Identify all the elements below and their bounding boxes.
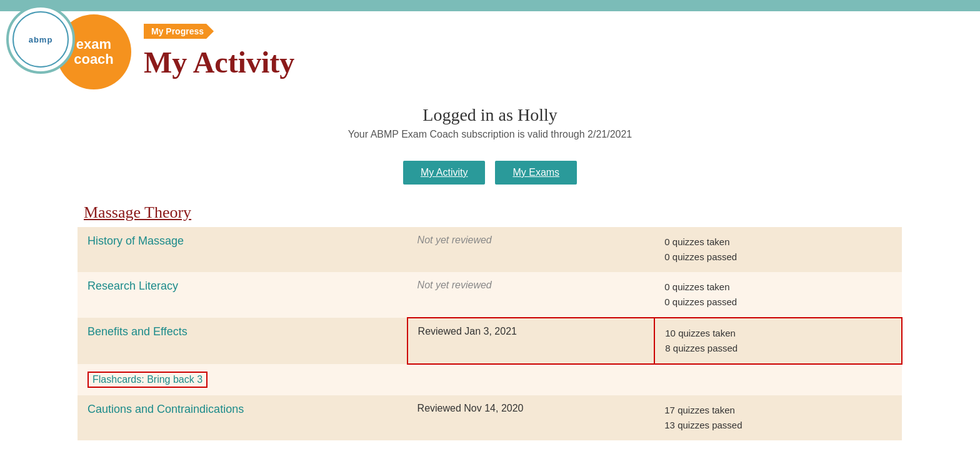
status-cell-highlighted: Reviewed Jan 3, 2021 <box>408 318 655 364</box>
review-status: Not yet reviewed <box>418 235 492 245</box>
abmp-logo: abmp <box>6 5 75 74</box>
abmp-inner: abmp <box>12 11 69 68</box>
user-heading: Logged in as Holly <box>78 105 902 125</box>
research-literacy-link[interactable]: Research Literacy <box>88 280 178 292</box>
quizzes-passed: 0 quizzes passed <box>664 250 892 265</box>
topic-cell: Cautions and Contraindications <box>78 395 408 440</box>
topic-cell: Benefits and Effects <box>78 318 408 364</box>
abmp-text: abmp <box>29 35 53 44</box>
quizzes-taken: 17 quizzes taken <box>664 403 892 418</box>
status-cell: Not yet reviewed <box>408 272 655 318</box>
my-activity-button[interactable]: My Activity <box>403 161 486 185</box>
quiz-stats: 17 quizzes taken 13 quizzes passed <box>664 403 892 433</box>
table-row: Cautions and Contraindications Reviewed … <box>78 395 902 440</box>
user-subscription: Your ABMP Exam Coach subscription is val… <box>78 129 902 140</box>
category-massage-theory: Massage Theory History of Massage Not ye… <box>78 203 902 440</box>
quizzes-cell: 0 quizzes taken 0 quizzes passed <box>654 227 902 272</box>
flashcard-link[interactable]: Flashcards: Bring back 3 <box>88 372 208 388</box>
breadcrumb: My Progress <box>144 24 214 39</box>
quizzes-passed: 0 quizzes passed <box>664 295 892 310</box>
page-title: My Activity <box>144 45 980 79</box>
quizzes-cell: 17 quizzes taken 13 quizzes passed <box>654 395 902 440</box>
breadcrumb-area: My Progress <box>0 11 980 39</box>
exam-text-line1: exam <box>76 37 111 52</box>
flashcard-row: Flashcards: Bring back 3 <box>78 364 902 395</box>
quiz-stats: 0 quizzes taken 0 quizzes passed <box>664 280 892 310</box>
table-row: Benefits and Effects Reviewed Jan 3, 202… <box>78 318 902 364</box>
quizzes-taken: 0 quizzes taken <box>664 235 892 250</box>
quizzes-cell-highlighted: 10 quizzes taken 8 quizzes passed <box>654 318 902 364</box>
activity-table: History of Massage Not yet reviewed 0 qu… <box>78 227 902 440</box>
quizzes-cell: 0 quizzes taken 0 quizzes passed <box>654 272 902 318</box>
header-bar <box>0 0 980 11</box>
review-status: Reviewed Nov 14, 2020 <box>418 403 524 413</box>
category-title[interactable]: Massage Theory <box>78 203 902 222</box>
history-of-massage-link[interactable]: History of Massage <box>88 235 184 247</box>
quizzes-taken: 10 quizzes taken <box>665 326 891 341</box>
my-exams-button[interactable]: My Exams <box>495 161 577 185</box>
quizzes-passed: 13 quizzes passed <box>664 418 892 433</box>
page-title-area: My Activity <box>0 39 980 92</box>
table-row: History of Massage Not yet reviewed 0 qu… <box>78 227 902 272</box>
quiz-stats: 0 quizzes taken 0 quizzes passed <box>664 235 892 265</box>
flashcard-status-empty <box>408 364 655 395</box>
topic-cell: History of Massage <box>78 227 408 272</box>
status-cell: Not yet reviewed <box>408 227 655 272</box>
review-status: Not yet reviewed <box>418 280 492 290</box>
review-status: Reviewed Jan 3, 2021 <box>418 326 517 337</box>
user-info: Logged in as Holly Your ABMP Exam Coach … <box>78 93 902 149</box>
table-row: Research Literacy Not yet reviewed 0 qui… <box>78 272 902 318</box>
topic-cell: Research Literacy <box>78 272 408 318</box>
quizzes-taken: 0 quizzes taken <box>664 280 892 295</box>
nav-buttons: My Activity My Exams <box>78 161 902 185</box>
exam-text-line2: coach <box>74 52 114 67</box>
quiz-stats: 10 quizzes taken 8 quizzes passed <box>665 326 891 356</box>
quizzes-passed: 8 quizzes passed <box>665 341 891 356</box>
main-content: Logged in as Holly Your ABMP Exam Coach … <box>52 93 928 440</box>
benefits-effects-link[interactable]: Benefits and Effects <box>88 325 188 338</box>
flashcard-quizzes-empty <box>654 364 902 395</box>
top-section: abmp exam coach My Progress My Activity <box>0 11 980 93</box>
page-wrapper: abmp exam coach My Progress My Activity … <box>0 0 980 466</box>
cautions-contraindications-link[interactable]: Cautions and Contraindications <box>88 403 244 415</box>
status-cell: Reviewed Nov 14, 2020 <box>408 395 655 440</box>
flashcard-cell: Flashcards: Bring back 3 <box>78 364 408 395</box>
